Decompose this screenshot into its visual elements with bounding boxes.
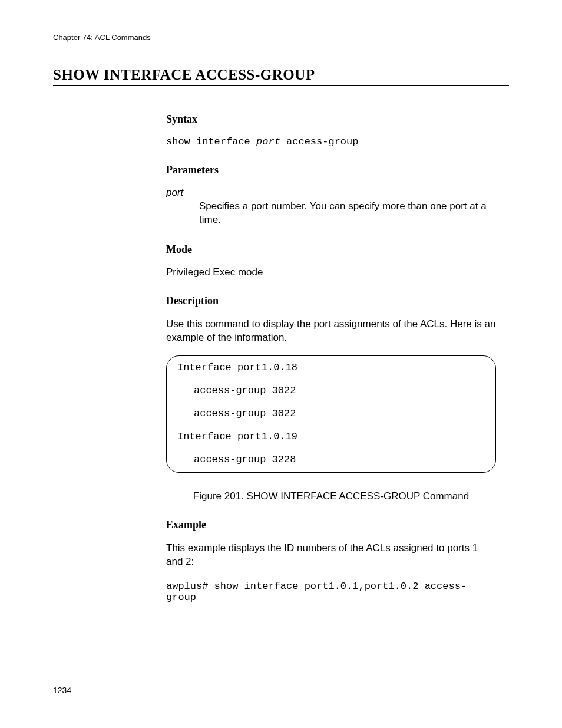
figure-caption: Figure 201. SHOW INTERFACE ACCESS-GROUP …	[166, 490, 496, 502]
output-line: Interface port1.0.18	[177, 362, 485, 373]
syntax-prefix: show interface	[166, 136, 256, 147]
chapter-header: Chapter 74: ACL Commands	[53, 33, 509, 42]
parameters-heading: Parameters	[166, 164, 496, 176]
output-line: Interface port1.0.19	[177, 431, 485, 442]
example-text: This example displays the ID numbers of …	[166, 542, 496, 569]
param-description: Specifies a port number. You can specify…	[199, 200, 496, 227]
mode-text: Privileged Exec mode	[166, 266, 496, 278]
output-line: access-group 3228	[177, 454, 485, 465]
param-name: port	[166, 187, 496, 199]
output-box: Interface port1.0.18 access-group 3022 a…	[166, 355, 496, 473]
syntax-command: show interface port access-group	[166, 136, 496, 147]
example-heading: Example	[166, 519, 496, 531]
example-command: awplus# show interface port1.0.1,port1.0…	[166, 581, 496, 603]
description-heading: Description	[166, 295, 496, 307]
syntax-heading: Syntax	[166, 113, 496, 126]
description-text: Use this command to display the port ass…	[166, 318, 496, 345]
output-line: access-group 3022	[177, 385, 485, 396]
output-line: access-group 3022	[177, 408, 485, 419]
syntax-suffix: access-group	[280, 136, 359, 147]
page-number: 1234	[53, 686, 71, 695]
syntax-arg: port	[256, 136, 280, 147]
content-body: Syntax show interface port access-group …	[166, 113, 496, 603]
page-title: SHOW INTERFACE ACCESS-GROUP	[53, 67, 509, 86]
mode-heading: Mode	[166, 243, 496, 256]
